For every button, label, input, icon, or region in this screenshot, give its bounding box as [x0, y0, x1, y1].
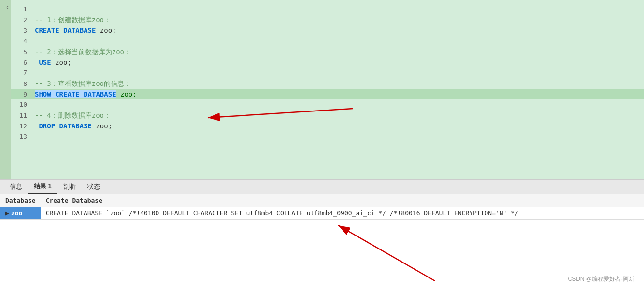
code-line: 6 USE zoo; — [11, 57, 644, 68]
code-line-highlighted: 9 SHOW CREATE DATABASE zoo; — [11, 89, 644, 99]
code-line: 12 DROP DATABASE zoo; — [11, 121, 644, 131]
col-header-database: Database — [0, 194, 41, 207]
line-number: 10 — [11, 99, 35, 110]
code-editor: c 1 2 -- 1：创建数据库zoo： 3 CREATE DATABASE z… — [0, 0, 644, 179]
left-char: c — [6, 4, 11, 11]
line-content: CREATE DATABASE zoo; — [35, 25, 644, 36]
tab-status[interactable]: 状态 — [82, 180, 106, 193]
code-line: 3 CREATE DATABASE zoo; — [11, 25, 644, 36]
line-content: -- 4：删除数据库zoo： — [35, 110, 644, 121]
code-line: 4 — [11, 36, 644, 46]
results-table: Database Create Database ▶zoo CREATE DAT… — [0, 194, 644, 220]
results-area: Database Create Database ▶zoo CREATE DAT… — [0, 194, 644, 291]
tab-info[interactable]: 信息 — [4, 180, 28, 193]
tabs-bar: 信息 结果 1 剖析 状态 — [0, 180, 644, 194]
watermark: CSDN @编程爱好者-阿新 — [568, 275, 634, 283]
col-header-create-database: Create Database — [41, 194, 644, 207]
line-content: -- 2：选择当前数据库为zoo： — [35, 46, 644, 57]
tab-analyze[interactable]: 剖析 — [57, 180, 82, 193]
line-number: 9 — [11, 89, 35, 100]
code-line: 8 -- 3：查看数据库zoo的信息： — [11, 78, 644, 89]
row-indicator: ▶ — [5, 209, 9, 217]
line-number: 13 — [11, 131, 35, 142]
bottom-panel: 信息 结果 1 剖析 状态 Database Create Database ▶… — [0, 179, 644, 291]
code-lines: 1 2 -- 1：创建数据库zoo： 3 CREATE DATABASE zoo… — [11, 0, 644, 146]
code-line: 5 -- 2：选择当前数据库为zoo： — [11, 46, 644, 57]
line-content: SHOW CREATE DATABASE zoo; — [35, 89, 644, 99]
code-line: 11 -- 4：删除数据库zoo： — [11, 110, 644, 121]
line-content: DROP DATABASE zoo; — [35, 121, 644, 131]
line-number: 12 — [11, 121, 35, 132]
code-line: 7 — [11, 68, 644, 78]
line-number: 4 — [11, 36, 35, 46]
line-number: 1 — [11, 4, 35, 14]
line-number: 5 — [11, 47, 35, 57]
line-number: 2 — [11, 15, 35, 26]
code-line: 2 -- 1：创建数据库zoo： — [11, 14, 644, 25]
left-edge-indicator: c — [0, 0, 11, 179]
tab-results[interactable]: 结果 1 — [28, 180, 57, 194]
line-number: 6 — [11, 57, 35, 68]
create-statement-cell: CREATE DATABASE `zoo` /*!40100 DEFAULT C… — [41, 207, 644, 220]
line-content: -- 1：创建数据库zoo： — [35, 14, 644, 25]
code-line: 1 — [11, 4, 644, 14]
line-number: 11 — [11, 111, 35, 121]
line-number: 7 — [11, 68, 35, 78]
line-content: -- 3：查看数据库zoo的信息： — [35, 78, 644, 89]
table-row: ▶zoo CREATE DATABASE `zoo` /*!40100 DEFA… — [0, 207, 644, 220]
code-line: 10 — [11, 99, 644, 110]
db-cell: ▶zoo — [0, 207, 41, 220]
line-number: 3 — [11, 26, 35, 36]
line-number: 8 — [11, 79, 35, 89]
code-line: 13 — [11, 131, 644, 142]
line-content: USE zoo; — [35, 57, 644, 68]
